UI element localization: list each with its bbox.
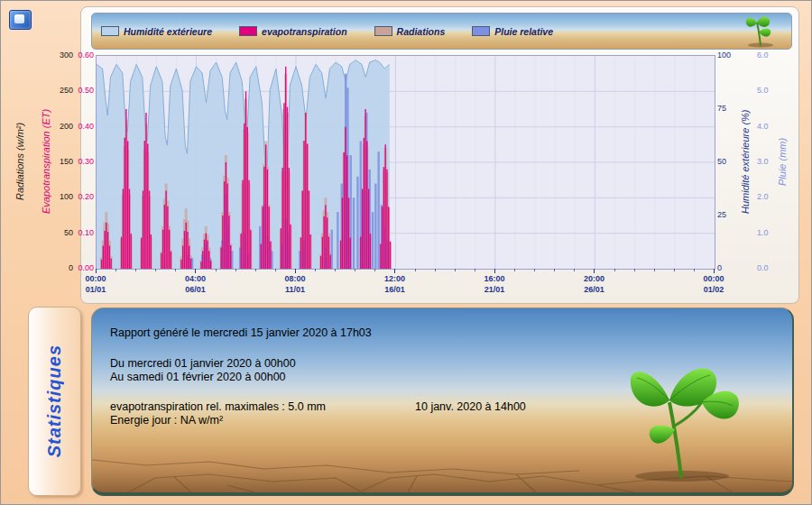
x-date-label: 01/02 [691, 285, 736, 294]
app-icon [9, 10, 32, 30]
legend-item-evapotranspiration[interactable]: evapotranspiration [239, 26, 347, 37]
x-minor-tick [574, 269, 575, 271]
plot-area[interactable] [96, 55, 715, 270]
x-tick-mark [714, 269, 715, 273]
x-minor-tick [415, 269, 416, 271]
legend-swatch [374, 26, 392, 36]
x-minor-tick [335, 269, 336, 271]
x-tick-mark [295, 269, 296, 273]
x-minor-tick [315, 269, 316, 271]
axis-tick-label: 25 [717, 210, 726, 219]
x-date-label: 11/01 [272, 285, 318, 294]
sprout-icon [743, 15, 780, 48]
x-minor-tick [135, 269, 136, 271]
axis-tick-label: 2.0 [757, 192, 769, 201]
report-generated-line: Rapport généré le mercredi 15 janvier 20… [110, 326, 372, 339]
legend-swatch [239, 26, 257, 36]
axis-tick-label: 0.30 [78, 157, 94, 166]
x-minor-tick [235, 269, 236, 271]
x-minor-tick [614, 269, 615, 271]
x-time-label: 20:00 [571, 274, 616, 283]
legend-item-humidit-ext-rieure[interactable]: Humidité extérieure [101, 26, 212, 37]
period-to-line: Au samedi 01 février 2020 à 00h00 [110, 371, 286, 383]
x-tick-mark [96, 269, 97, 273]
axis-tick-label: 6.0 [757, 50, 769, 60]
x-tick-mark [195, 269, 196, 273]
axis-tick-label: 0.40 [78, 122, 94, 131]
x-time-label: 00:00 [73, 274, 118, 283]
axis-tick-label: 0.00 [78, 263, 94, 272]
x-minor-tick [554, 269, 555, 271]
period-from-line: Du mercredi 01 janvier 2020 à 00h00 [110, 357, 296, 370]
energy-line: Energie jour : NA w/m² [110, 414, 223, 427]
tab-statistiques[interactable]: Statistiques [28, 307, 81, 496]
max-evapotranspiration-time: 10 janv. 2020 à 14h00 [415, 400, 526, 413]
x-time-label: 04:00 [172, 274, 217, 283]
evapotranspiration-axis-ticks: 0.000.100.200.300.400.500.60 [53, 55, 94, 268]
legend-item-label: Humidité extérieure [124, 26, 212, 37]
axis-tick-label: 0.0 [757, 263, 769, 272]
x-date-label: 01/01 [73, 285, 118, 294]
legend-item-radiations[interactable]: Radiations [374, 26, 446, 37]
statistics-panel: Rapport généré le mercredi 15 janvier 20… [91, 308, 794, 496]
x-minor-tick [115, 269, 116, 271]
legend-swatch [101, 26, 119, 36]
x-tick-mark [394, 269, 395, 273]
tab-statistiques-label: Statistiques [44, 344, 65, 457]
axis-tick-label: 4.0 [757, 122, 769, 131]
x-minor-tick [514, 269, 515, 271]
axis-tick-label: 0.20 [78, 192, 94, 201]
axis-tick-label: 50 [717, 157, 726, 166]
x-minor-tick [374, 269, 375, 271]
x-minor-tick [175, 269, 176, 271]
axis-tick-label: 1.0 [757, 228, 769, 237]
x-minor-tick [275, 269, 276, 271]
x-time-label: 08:00 [272, 274, 318, 283]
axis-tick-label: 5.0 [757, 86, 769, 95]
axis-tick-label: 0.60 [78, 50, 94, 60]
x-minor-tick [216, 269, 217, 271]
legend-item-pluie-relative[interactable]: Pluie relative [472, 26, 553, 37]
legend-item-label: Pluie relative [494, 26, 553, 37]
x-date-label: 16/01 [372, 285, 417, 294]
x-minor-tick [435, 269, 436, 271]
plant-image [604, 337, 749, 482]
weather-report-window: Humidité extérieureevapotranspirationRad… [0, 0, 812, 505]
radiation-axis-title: Radiations (w/m²) [13, 55, 27, 268]
x-minor-tick [355, 269, 355, 271]
app-icon-glyph [14, 14, 24, 23]
x-minor-tick [694, 269, 695, 271]
axis-tick-label: 3.0 [757, 157, 769, 166]
chart-legend: Humidité extérieureevapotranspirationRad… [91, 13, 792, 50]
x-minor-tick [654, 269, 655, 271]
x-tick-mark [494, 269, 495, 273]
x-minor-tick [475, 269, 475, 271]
x-tick-mark [594, 269, 595, 273]
axis-tick-label: 75 [717, 104, 726, 113]
axis-tick-label: 0.50 [78, 86, 94, 95]
max-evapotranspiration-line: evapotranspiration rel. maximales : 5.0 … [110, 400, 326, 413]
x-date-label: 26/01 [571, 285, 616, 294]
chart-plot-svg [97, 56, 715, 269]
x-minor-tick [255, 269, 256, 271]
axis-tick-label: 100 [717, 50, 731, 60]
legend-swatch [472, 26, 490, 36]
axis-tick-label: 0.10 [78, 228, 94, 237]
humidity-axis-ticks: 0255075100 [717, 55, 744, 268]
x-date-label: 21/01 [472, 285, 517, 294]
legend-item-label: evapotranspiration [262, 26, 347, 37]
x-time-label: 00:00 [691, 274, 736, 283]
x-minor-tick [455, 269, 456, 271]
x-minor-tick [155, 269, 156, 271]
x-time-label: 12:00 [372, 274, 417, 283]
x-minor-tick [674, 269, 675, 271]
x-time-label: 16:00 [472, 274, 517, 283]
legend-items: Humidité extérieureevapotranspirationRad… [92, 26, 553, 37]
axis-tick-label: 0 [717, 263, 722, 272]
legend-item-label: Radiations [397, 26, 446, 37]
x-minor-tick [534, 269, 535, 271]
rain-axis-ticks: 0.01.02.03.04.05.06.0 [757, 55, 784, 268]
x-minor-tick [634, 269, 635, 271]
x-date-label: 06/01 [172, 285, 217, 294]
